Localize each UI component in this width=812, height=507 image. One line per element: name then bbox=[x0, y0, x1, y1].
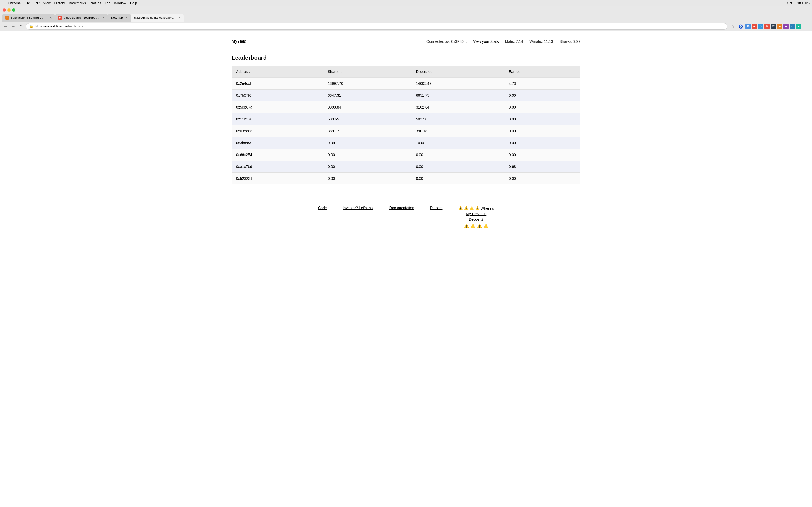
leaderboard-table: Address Shares ⌄ Deposited Earned 0x2e4c… bbox=[232, 65, 580, 184]
menu-chrome[interactable]: Chrome bbox=[8, 1, 20, 5]
footer-discord-link[interactable]: Discord bbox=[430, 206, 443, 210]
minimize-window-button[interactable] bbox=[7, 8, 11, 12]
ext-icon-2[interactable]: ◆ bbox=[752, 24, 757, 29]
table-row: 0x035e8a389.72390.180.00 bbox=[232, 125, 580, 137]
cell-address: 0x11b178 bbox=[232, 113, 323, 125]
cell-shares: 0.00 bbox=[323, 149, 412, 161]
tab-youtube[interactable]: ▶ Video details - YouTube Studio × bbox=[55, 14, 108, 22]
menu-profiles[interactable]: Profiles bbox=[90, 1, 101, 5]
cell-deposited: 390.18 bbox=[412, 125, 505, 137]
url-protocol: https:// bbox=[35, 24, 45, 28]
footer-investor-link[interactable]: Investor? Let's talk bbox=[343, 206, 373, 210]
col-shares[interactable]: Shares ⌄ bbox=[323, 66, 412, 78]
ext-icon-4[interactable]: R bbox=[764, 24, 770, 29]
url-path: /leaderboard bbox=[67, 24, 87, 28]
mac-menubar:  Chrome File Edit View History Bookmark… bbox=[0, 0, 812, 6]
menu-file[interactable]: File bbox=[24, 1, 30, 5]
cell-shares: 0.00 bbox=[323, 161, 412, 173]
cell-earned: 0.00 bbox=[505, 101, 580, 113]
tab-bar: S Submission | Scaling Ethereum × ▶ Vide… bbox=[0, 12, 812, 22]
cell-earned: 0.00 bbox=[505, 173, 580, 184]
tab-submission[interactable]: S Submission | Scaling Ethereum × bbox=[2, 14, 55, 22]
address-bar[interactable]: 🔒 https://myield.finance/leaderboard bbox=[26, 23, 727, 30]
footer-warning[interactable]: ⚠️ ⚠️ ⚠️ ⚠️ Where'sMy PreviousDeposit? ⚠… bbox=[458, 206, 494, 228]
tab-close-newtab[interactable]: × bbox=[125, 15, 128, 20]
ext-icon-3[interactable]: ◇ bbox=[758, 24, 763, 29]
tab-title-newtab: New Tab bbox=[111, 16, 123, 19]
warning-text: ⚠️ ⚠️ ⚠️ ⚠️ Where'sMy PreviousDeposit? bbox=[458, 206, 494, 222]
table-header-row: Address Shares ⌄ Deposited Earned bbox=[232, 66, 580, 78]
cell-address: 0x523221 bbox=[232, 173, 323, 184]
table-row: 0x7b07f06647.316651.750.00 bbox=[232, 90, 580, 101]
table-row: 0x3f86c39.9910.000.00 bbox=[232, 137, 580, 149]
cell-shares: 389.72 bbox=[323, 125, 412, 137]
cell-earned: 0.00 bbox=[505, 137, 580, 149]
table-body: 0x2e4ccf13997.7014005.474.730x7b07f06647… bbox=[232, 78, 580, 184]
menu-edit[interactable]: Edit bbox=[34, 1, 39, 5]
forward-button[interactable]: → bbox=[10, 23, 16, 30]
cell-earned: 0.68 bbox=[505, 161, 580, 173]
nav-buttons: ← → ↻ bbox=[3, 23, 24, 30]
ext-icon-8[interactable]: G bbox=[790, 24, 795, 29]
cell-deposited: 10.00 bbox=[412, 137, 505, 149]
apple-logo-icon[interactable]:  bbox=[2, 1, 3, 5]
traffic-lights bbox=[0, 6, 812, 12]
back-button[interactable]: ← bbox=[3, 23, 9, 30]
maximize-window-button[interactable] bbox=[12, 8, 15, 12]
extensions-icon[interactable]: 🧿 bbox=[738, 23, 744, 30]
tab-newtab[interactable]: New Tab × bbox=[108, 14, 131, 22]
table-row: 0x11b178503.65503.980.00 bbox=[232, 113, 580, 125]
tab-title-submission: Submission | Scaling Ethereum bbox=[11, 16, 47, 19]
close-window-button[interactable] bbox=[3, 8, 6, 12]
cell-address: 0x035e8a bbox=[232, 125, 323, 137]
menu-view[interactable]: View bbox=[43, 1, 51, 5]
header-right: Connected as: 0x3F86... View your Stats … bbox=[426, 39, 580, 44]
menu-tab[interactable]: Tab bbox=[105, 1, 110, 5]
cell-address: 0x5eb67a bbox=[232, 101, 323, 113]
tab-leaderboard[interactable]: https://myield.finance/leaderb... × bbox=[131, 14, 184, 22]
cell-address: 0x3f86c3 bbox=[232, 137, 323, 149]
menu-dots-icon[interactable]: ⋮ bbox=[803, 23, 809, 30]
site-logo: MyYield bbox=[232, 39, 246, 44]
menu-history[interactable]: History bbox=[54, 1, 65, 5]
cell-address: 0x2e4ccf bbox=[232, 78, 323, 90]
reload-button[interactable]: ↻ bbox=[17, 23, 24, 30]
footer-code-link[interactable]: Code bbox=[318, 206, 327, 210]
cell-earned: 0.00 bbox=[505, 90, 580, 101]
tab-close-submission[interactable]: × bbox=[50, 15, 52, 20]
ext-icon-5[interactable]: W bbox=[771, 24, 776, 29]
tab-favicon-youtube: ▶ bbox=[58, 16, 62, 19]
ext-icon-1[interactable]: 16 bbox=[745, 24, 751, 29]
menu-help[interactable]: Help bbox=[130, 1, 137, 5]
menu-window[interactable]: Window bbox=[114, 1, 126, 5]
cell-deposited: 0.00 bbox=[412, 149, 505, 161]
menu-bookmarks[interactable]: Bookmarks bbox=[69, 1, 86, 5]
wmatic-stat: Wmatic: 11.13 bbox=[529, 39, 553, 44]
cell-shares: 3098.84 bbox=[323, 101, 412, 113]
cell-address: 0x7b07f0 bbox=[232, 90, 323, 101]
cell-deposited: 14005.47 bbox=[412, 78, 505, 90]
toolbar-icons: ☆ 🧿 16 ◆ ◇ R W ■ ◆ G ● ⋮ bbox=[729, 23, 809, 30]
menubar-time: Sat 19:18 100% bbox=[788, 1, 810, 5]
page-footer: Code Investor? Let's talk Documentation … bbox=[232, 201, 580, 239]
cell-shares: 9.99 bbox=[323, 137, 412, 149]
ext-icon-9[interactable]: ● bbox=[796, 24, 801, 29]
table-row: 0x66c2540.000.000.00 bbox=[232, 149, 580, 161]
sort-arrow-icon: ⌄ bbox=[341, 70, 343, 73]
page-content: MyYield Connected as: 0x3F86... View you… bbox=[221, 31, 591, 244]
menubar-right: Sat 19:18 100% bbox=[788, 1, 810, 5]
col-address: Address bbox=[232, 66, 323, 78]
footer-documentation-link[interactable]: Documentation bbox=[389, 206, 414, 210]
star-icon[interactable]: ☆ bbox=[729, 23, 736, 30]
ext-icon-6[interactable]: ■ bbox=[777, 24, 782, 29]
tab-title-leaderboard: https://myield.finance/leaderb... bbox=[134, 16, 176, 19]
tab-close-leaderboard[interactable]: × bbox=[179, 15, 181, 20]
cell-earned: 4.73 bbox=[505, 78, 580, 90]
leaderboard-title: Leaderboard bbox=[232, 54, 580, 61]
warning-icons: ⚠️ ⚠️ ⚠️ ⚠️ bbox=[458, 223, 494, 228]
table-row: 0x2e4ccf13997.7014005.474.73 bbox=[232, 78, 580, 90]
view-stats-link[interactable]: View your Stats bbox=[473, 39, 499, 44]
tab-close-youtube[interactable]: × bbox=[103, 15, 105, 20]
new-tab-button[interactable]: + bbox=[184, 15, 191, 21]
ext-icon-7[interactable]: ◆ bbox=[783, 24, 789, 29]
